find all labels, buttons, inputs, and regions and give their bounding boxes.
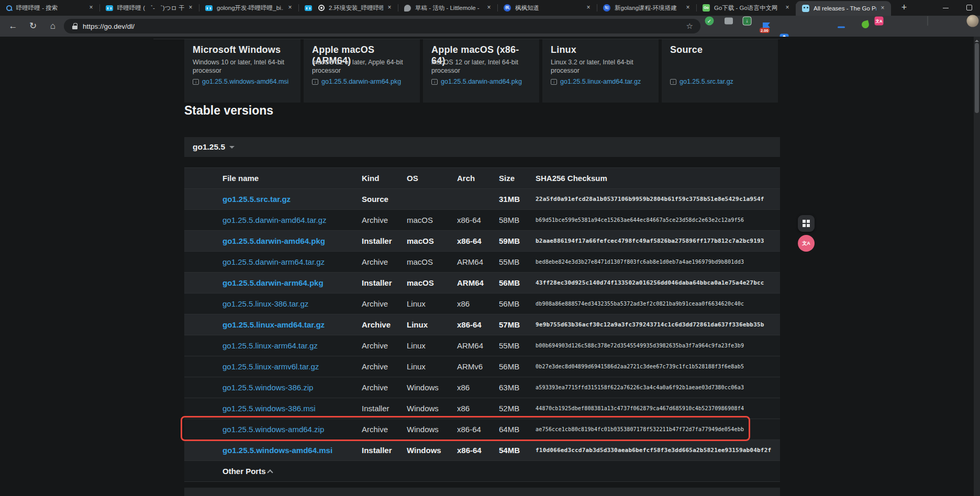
back-icon[interactable]: ← [7,20,19,32]
kind-cell: Archive [362,252,388,273]
extension-badge: 2.00 [760,28,770,33]
tab-close-icon[interactable]: × [584,4,593,12]
file-link[interactable]: go1.25.5.linux-armv6l.tar.gz [222,356,319,377]
arch-cell: ARM64 [457,273,484,294]
card-download-link[interactable]: go1.25.5.darwin-arm64.pkg [321,78,401,85]
sha256-cell: b2aae886194f17a66fefcec4798fc49af5826ba2… [536,231,764,252]
sha256-cell: ae756cce1cb80c819b4fc01b0353807178f53221… [536,419,744,440]
floating-translate-button[interactable]: 文A [798,235,815,252]
tab-close-icon[interactable]: × [878,4,887,13]
card-description: Linux 3.2 or later, Intel 64-bit process… [551,58,650,75]
file-link[interactable]: go1.25.5.windows-amd64.zip [222,419,324,440]
file-link[interactable]: go1.25.5.darwin-amd64.tar.gz [222,210,326,231]
kind-cell: Installer [362,231,392,252]
download-manager-icon[interactable]: ↓ [743,17,752,26]
file-link[interactable]: go1.25.5.linux-arm64.tar.gz [222,335,318,356]
card-download-link[interactable]: go1.25.5.linux-amd64.tar.gz [560,78,641,85]
arch-cell: x86-64 [457,314,482,335]
chat-icon[interactable] [725,18,733,25]
size-cell: 55MB [499,335,519,356]
browser-tab[interactable]: 哔哩哔哩 - 搜索× [0,0,99,16]
table-row: go1.25.5.darwin-amd64.pkg Installer macO… [184,230,780,251]
tab-close-icon[interactable]: × [87,4,95,12]
tab-close-icon[interactable]: × [684,4,692,12]
bilibili-icon [305,5,312,11]
kind-cell: Archive [362,419,388,440]
floating-grid-button[interactable] [798,215,815,232]
download-icon: ↓ [312,79,318,85]
browser-tab[interactable]: 哔哩哔哩 ( ゜- ゜)つロ 干…× [99,0,199,16]
column-header: Size [499,168,515,188]
arch-cell: x86-64 [457,440,482,461]
sha256-cell: 44870cb1925dbef808381a13c4737f062879ca46… [536,398,744,419]
file-link[interactable]: go1.25.5.windows-386.msi [222,398,316,419]
tab-close-icon[interactable]: × [186,4,195,12]
sha256-cell: 22a5fd0a91efcd28a1b0537106b9959b2804b61f… [536,189,764,210]
tab-close-icon[interactable]: × [286,4,294,12]
browser-tab[interactable]: All releases - The Go Prog× [796,1,891,16]
tab-close-icon[interactable]: × [485,4,493,12]
browser-tab[interactable]: 枫枫枫知道× [497,0,597,16]
tab-close-icon[interactable]: × [385,4,394,12]
table-row: go1.25.5.linux-386.tar.gz Archive Linux … [184,293,780,314]
arch-cell: ARMv6 [457,356,483,377]
underscore-icon[interactable] [838,27,845,28]
browser-tab[interactable]: GoGo下载 - Go语言中文网× [696,0,796,16]
sha256-cell: f10d066ed3ccd7ab3d5d330aeab6befcf58f3e3d… [536,440,771,461]
table-row: go1.25.5.windows-386.zip Archive Windows… [184,377,780,398]
file-link[interactable]: go1.25.5.darwin-amd64.pkg [222,231,325,252]
file-link[interactable]: go1.25.5.windows-amd64.msi [222,440,332,461]
scrollbar-thumb[interactable] [975,43,979,113]
file-link[interactable]: go1.25.5.darwin-arm64.pkg [222,273,324,294]
browser-tab[interactable]: 草稿 - 活动 - Littlemole -× [398,0,497,16]
card-download-link[interactable]: go1.25.5.src.tar.gz [680,78,733,85]
address-bar[interactable]: https://go.dev/dl/ ☆ [64,19,700,33]
blue-flag-icon[interactable]: 2.00 [760,22,771,33]
kind-cell: Archive [362,314,391,335]
stable-versions-heading: Stable versions [184,104,273,118]
file-link[interactable]: go1.25.5.windows-386.zip [222,377,313,398]
url-text[interactable]: https://go.dev/dl/ [83,22,686,30]
arch-cell: x86 [457,398,470,419]
arch-cell: ARM64 [457,335,483,356]
profile-avatar[interactable] [967,15,979,27]
refresh-icon[interactable]: ↻ [27,20,39,32]
home-icon[interactable]: ⌂ [47,20,59,32]
table-row: go1.25.5.linux-arm64.tar.gz Archive Linu… [184,335,780,356]
version-dropdown[interactable]: go1.25.5 [184,137,780,157]
file-link[interactable]: go1.25.5.linux-386.tar.gz [222,294,308,314]
file-link[interactable]: go1.25.5.linux-amd64.tar.gz [222,314,325,335]
browser-tab[interactable]: 2.环境安装_哔哩哔哩…× [298,0,398,16]
card-download-link[interactable]: go1.25.5.darwin-amd64.pkg [441,78,522,85]
card-download-link[interactable]: go1.25.5.windows-amd64.msi [202,78,288,85]
sha256-cell: 0b27e3dec8d04899d6941586d2aa2721c3dee67c… [536,356,744,377]
other-ports-row[interactable]: Other Ports [184,460,780,481]
tab-strip: 哔哩哔哩 - 搜索×哔哩哔哩 ( ゜- ゜)つロ 干…×golong开发-哔哩哔… [0,0,980,16]
downloads-table: File nameKindOSArchSizeSHA256 Checksum g… [184,167,780,482]
next-section-bar [184,488,780,496]
translate-icon[interactable]: 文A [875,17,884,26]
scroll-up-arrow-icon[interactable] [975,38,979,42]
size-cell: 59MB [499,231,520,252]
window-minimize-button[interactable] [934,0,956,15]
file-link[interactable]: go1.25.5.src.tar.gz [222,189,291,210]
os-cell: Linux [407,335,426,356]
bookmark-star-icon[interactable]: ☆ [686,21,693,31]
window-maximize-button[interactable] [958,0,980,15]
download-card: Apple macOS (ARM64) macOS 12 or later, A… [304,39,420,103]
kind-cell: Archive [362,294,388,314]
size-cell: 58MB [499,210,519,231]
scrollbar-track[interactable] [974,37,980,496]
browser-tab[interactable]: 知新golang课程-环境搭建× [597,0,696,16]
new-tab-button[interactable]: + [897,2,911,14]
browser-tab[interactable]: golong开发-哔哩哔哩_bi…× [199,0,298,16]
column-header: SHA256 Checksum [536,168,607,188]
kind-cell: Source [362,189,388,210]
file-link[interactable]: go1.25.5.darwin-arm64.tar.gz [222,252,325,273]
tab-close-icon[interactable]: × [783,4,792,12]
sha256-cell: b00b694903d126c588c378e72d3545549935d398… [536,335,744,356]
tab-title: 新golang课程-环境搭建 [615,4,682,12]
kind-cell: Installer [362,398,389,419]
card-description: Windows 10 or later, Intel 64-bit proces… [193,58,292,75]
size-cell: 57MB [499,314,520,335]
